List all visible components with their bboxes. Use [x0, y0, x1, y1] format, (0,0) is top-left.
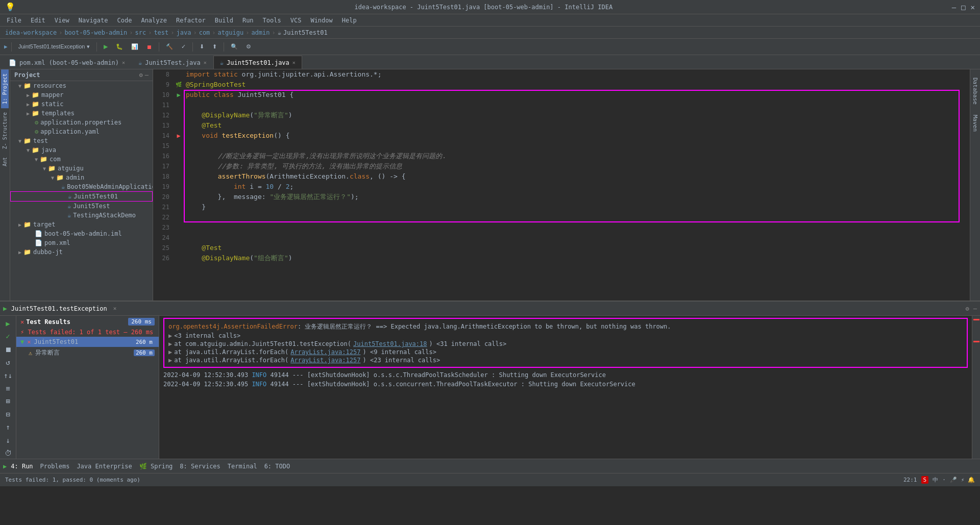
test-result-exception[interactable]: ⚠ 异常断言 260 m [16, 347, 159, 359]
left-tab-structure[interactable]: Z- Structure [1, 108, 9, 153]
menu-navigate[interactable]: Navigate [75, 16, 112, 25]
tab-juint5test01[interactable]: ☕ Juint5Test01.java ✕ [213, 56, 302, 69]
tab-run[interactable]: 4: Run [8, 463, 36, 470]
menu-window[interactable]: Window [306, 16, 336, 25]
run-config-dropdown[interactable]: Juint5Test01.testException ▾ [15, 42, 93, 52]
run-panel-minimize-icon[interactable]: — [973, 305, 977, 312]
run-tab-close-icon[interactable]: ✕ [113, 305, 117, 312]
left-tab-ant[interactable]: Ant [1, 153, 9, 170]
tree-item-app-props[interactable]: ⚙ application.properties [10, 118, 153, 127]
breadcrumb-java[interactable]: java [177, 29, 191, 36]
tree-item-pom[interactable]: 📄 pom.xml [10, 238, 153, 247]
tab-services[interactable]: 8: Services [177, 463, 223, 470]
tab-problems[interactable]: Problems [37, 463, 73, 470]
run-arrows-down[interactable]: ↓ [3, 435, 14, 445]
tab-todo[interactable]: 6: TODO [261, 463, 293, 470]
close-juint5test01-tab[interactable]: ✕ [292, 60, 296, 65]
menu-run[interactable]: Run [238, 16, 258, 25]
run-gutter-icon[interactable]: ▶ [177, 90, 180, 100]
status-position[interactable]: 22:1 [903, 477, 917, 483]
breadcrumb-admin[interactable]: admin [251, 29, 270, 36]
run-again-button[interactable]: ▶ [3, 318, 14, 329]
sidebar-collapse-icon[interactable]: — [145, 71, 149, 79]
breadcrumb-workspace[interactable]: idea-workspace [5, 29, 57, 36]
menu-refactor[interactable]: Refactor [172, 16, 210, 25]
tab-pom-xml[interactable]: 📄 pom.xml (boot-05-web-admin) ✕ [2, 56, 132, 69]
stack-expand-1[interactable]: ▶ [168, 340, 172, 347]
tab-terminal[interactable]: Terminal [225, 463, 260, 470]
tree-item-juint5test01[interactable]: ☕ Juint5Test01 [10, 191, 153, 202]
run-check-button[interactable]: ✓ [3, 331, 14, 341]
build-button[interactable]: 🔨 [163, 42, 176, 52]
run-rerun-failed[interactable]: ↺ [3, 357, 14, 367]
git-push[interactable]: ⬆ [209, 42, 220, 52]
error-expand-icon[interactable]: ▶ [168, 332, 172, 339]
tree-item-testingstack[interactable]: ☕ TestingAStackDemo [10, 211, 153, 220]
run-with-coverage[interactable]: 📊 [128, 42, 141, 52]
menu-code[interactable]: Code [113, 16, 136, 25]
tab-java-enterprise[interactable]: Java Enterprise [74, 463, 135, 470]
tree-item-resources[interactable]: ▼ 📁 resources [10, 81, 153, 90]
test-result-juint5test01[interactable]: ▼ ✕ Juint5Test01 260 m [16, 337, 159, 347]
tab-spring[interactable]: 🌿 Spring [136, 463, 176, 470]
breadcrumb-module[interactable]: boot-05-web-admin [64, 29, 127, 36]
settings-button[interactable]: ⚙ [243, 42, 254, 52]
tree-item-boot05-app[interactable]: ☕ Boot05WebAdminApplicationTests [10, 182, 153, 191]
sidebar-settings-icon[interactable]: ⚙ [139, 71, 143, 79]
minimize-button[interactable]: — [952, 3, 956, 11]
menu-analyze[interactable]: Analyze [137, 16, 171, 25]
tree-item-iml[interactable]: 📄 boot-05-web-admin.iml [10, 229, 153, 238]
run-collapse-all[interactable]: ⊞ [3, 396, 14, 407]
close-button[interactable]: ✕ [971, 3, 975, 11]
tree-item-atguigu[interactable]: ▼ 📁 atguigu [10, 164, 153, 173]
stop-button[interactable]: ⏹ [143, 42, 155, 52]
tree-item-templates[interactable]: ▶ 📁 templates [10, 109, 153, 118]
tree-item-test[interactable]: ▼ 📁 test [10, 136, 153, 145]
breadcrumb-test[interactable]: test [154, 29, 168, 36]
breadcrumb-com[interactable]: com [199, 29, 210, 36]
run-fail-gutter-icon[interactable]: ▶ [177, 131, 180, 141]
breadcrumb-class[interactable]: Juint5Test01 [283, 29, 328, 36]
run-clock-button[interactable]: ⏱ [3, 448, 14, 459]
menu-build[interactable]: Build [211, 16, 237, 25]
tab-junit5test[interactable]: ☕ Junit5Test.java ✕ [132, 56, 213, 69]
tree-item-junit5test[interactable]: ☕ Junit5Test [10, 202, 153, 211]
search-everywhere[interactable]: 🔍 [228, 42, 241, 52]
right-tab-database[interactable]: Database [970, 73, 980, 109]
menu-tools[interactable]: Tools [259, 16, 285, 25]
run-tab-label[interactable]: Juint5Test01.testException [8, 305, 110, 312]
git-update[interactable]: ⬇ [197, 42, 207, 52]
right-tab-maven[interactable]: Maven [970, 111, 980, 136]
tree-item-app-yaml[interactable]: ⚙ application.yaml [10, 127, 153, 136]
code-content[interactable]: 8 import static org.junit.jupiter.api.As… [153, 69, 970, 301]
run-arrows-up[interactable]: ↑ [3, 422, 14, 433]
debug-button[interactable]: 🐛 [113, 42, 126, 52]
run-panel-settings-icon[interactable]: ⚙ [966, 305, 969, 312]
left-tab-project[interactable]: 1: Project [1, 69, 9, 108]
breadcrumb-src[interactable]: src [135, 29, 146, 36]
tree-item-mapper[interactable]: ▶ 📁 mapper [10, 90, 153, 99]
maximize-button[interactable]: □ [961, 3, 965, 11]
code-editor[interactable]: 8 import static org.junit.jupiter.api.As… [153, 69, 970, 301]
commit-button[interactable]: ✓ [178, 42, 189, 52]
menu-file[interactable]: File [3, 16, 26, 25]
run-sort-asc[interactable]: ↑↓ [3, 370, 14, 381]
stack-link-1[interactable]: Juint5Test01.java:18 [353, 340, 427, 347]
tree-item-admin[interactable]: ▼ 📁 admin [10, 173, 153, 182]
menu-help[interactable]: Help [338, 16, 361, 25]
menu-edit[interactable]: Edit [27, 16, 50, 25]
stack-link-3[interactable]: ArrayList.java:1257 [290, 357, 360, 364]
stack-expand-2[interactable]: ▶ [168, 348, 172, 356]
run-expand-all[interactable]: ⊟ [3, 409, 14, 419]
tree-item-dubbo[interactable]: ▶ 📁 dubbo-jt [10, 247, 153, 257]
run-filter-button[interactable]: ≡ [3, 383, 14, 393]
menu-view[interactable]: View [51, 16, 74, 25]
run-stop-button[interactable]: ⏹ [3, 344, 14, 355]
tree-item-target[interactable]: ▶ 📁 target [10, 220, 153, 229]
breadcrumb-atguigu[interactable]: atguigu [218, 29, 244, 36]
close-junit5test-tab[interactable]: ✕ [204, 60, 207, 65]
tree-item-static[interactable]: ▶ 📁 static [10, 99, 153, 109]
stack-link-2[interactable]: ArrayList.java:1257 [290, 348, 360, 356]
stack-expand-3[interactable]: ▶ [168, 357, 172, 364]
status-encoding[interactable]: 中 [933, 476, 938, 484]
